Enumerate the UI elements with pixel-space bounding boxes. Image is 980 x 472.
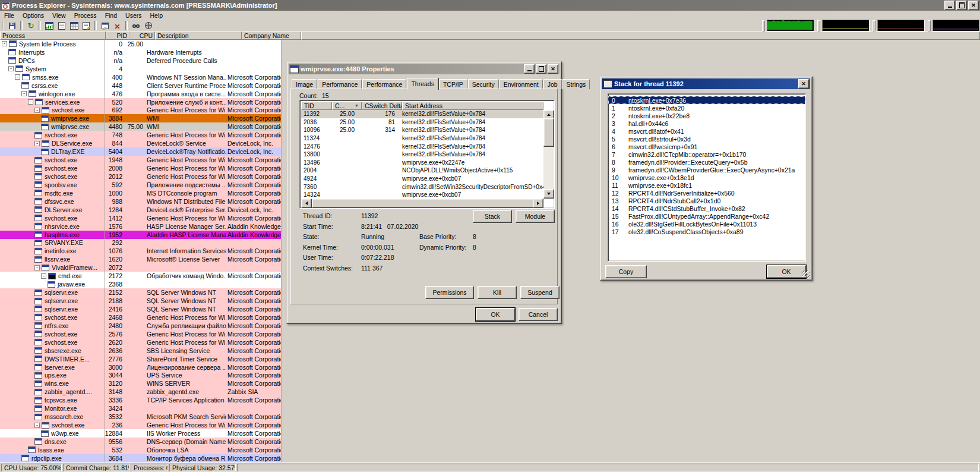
properties-minimize-button[interactable] [524, 64, 535, 74]
system-info-icon[interactable] [43, 21, 55, 31]
process-row[interactable]: Interruptsn/aHardware Interrupts [0, 48, 980, 56]
close-button[interactable]: ✕ [968, 1, 979, 10]
column-header-description[interactable]: Description [155, 32, 242, 40]
tab-performance[interactable]: Performance [318, 79, 362, 89]
vertical-scroll-thumb[interactable] [543, 118, 554, 147]
stack-frame-row[interactable]: 14RPCRT4.dll!CStdStubBuffer_Invoke+0x82 [608, 204, 805, 212]
stack-frame-row[interactable]: 3hal.dll+0x44c6 [608, 119, 805, 127]
cpu-usage-history-graph[interactable] [767, 20, 814, 32]
scroll-down-button[interactable] [543, 189, 554, 199]
thread-row[interactable]: 1009625.00314kernel32.dll!FlsSetValue+0x… [301, 126, 543, 134]
stack-close-button[interactable]: ✕ [798, 79, 809, 89]
toolbar-grip[interactable] [762, 20, 765, 32]
stack-frame-row[interactable]: 8framedyn.dll!Provider::ExecuteQuery+0x5… [608, 158, 805, 166]
restore-button[interactable] [956, 1, 967, 10]
find-window-process-icon[interactable] [142, 21, 154, 31]
properties-maximize-button[interactable] [536, 64, 546, 74]
scroll-right-button[interactable] [533, 199, 543, 208]
thread-row[interactable]: 4924wmiprvse.exe+0xcb07 [301, 175, 543, 183]
minimize-button[interactable] [944, 1, 955, 10]
copy-button[interactable]: Copy [605, 265, 647, 278]
process-row[interactable]: DWSTIMER.E...2776SharePoint Timer Servic… [0, 355, 980, 363]
ok-button[interactable]: OK [476, 308, 515, 321]
process-row[interactable]: svchost.exe2576Generic Host Process for … [0, 330, 980, 338]
stack-frame-row[interactable]: 4msvcrt.dll!atof+0x41 [608, 127, 805, 135]
scroll-left-button[interactable] [301, 199, 312, 208]
menu-item-options[interactable]: Options [18, 11, 48, 20]
process-row[interactable]: mssearch.exe3532Microsoft PKM Search Ser… [0, 413, 980, 421]
stack-frame-row[interactable]: 11wmiprvse.exe+0x18fc1 [608, 181, 805, 189]
stack-frame-row[interactable]: 6msvcrt.dll!wcsicmp+0x91 [608, 143, 805, 150]
thread-column-cpu[interactable]: C...▼ [332, 102, 362, 110]
toolbar-grip[interactable] [928, 20, 931, 32]
tab-security[interactable]: Security [468, 79, 499, 89]
thread-row[interactable]: 14324wmiprvse.exe+0xcb07 [301, 191, 543, 199]
process-row[interactable]: Monitor.exe3424 [0, 404, 980, 413]
process-row[interactable]: rdpclip.exe3684Монитор буфера обмена R..… [0, 454, 980, 462]
permissions-button[interactable]: Permissions [425, 286, 474, 299]
column-header-process[interactable]: Process [0, 32, 106, 40]
tab-tcp-ip[interactable]: TCP/IP [439, 79, 467, 89]
process-row[interactable]: lsass.exe532Оболочка LSAMicrosoft Corpor… [0, 446, 980, 454]
thread-column-start-address[interactable]: Start Address [402, 102, 543, 110]
view-handles-icon[interactable] [68, 21, 80, 31]
thread-column-cswitch-delta[interactable]: CSwitch Delta [362, 102, 402, 110]
stack-ok-button[interactable]: OK [767, 265, 806, 278]
commit-history-graph[interactable] [822, 20, 870, 32]
process-row[interactable]: svchost.exe2620Generic Host Process for … [0, 338, 980, 347]
tab-threads[interactable]: Threads [407, 78, 438, 90]
stack-frame-row[interactable]: 10wmiprvse.exe+0x18e1d [608, 174, 805, 181]
refresh-icon[interactable]: ↻ [24, 21, 37, 31]
tab-image[interactable]: Image [292, 79, 317, 89]
thread-column-tid[interactable]: TID [301, 102, 332, 110]
resize-grip[interactable] [802, 270, 810, 278]
stack-frame-row[interactable]: 16ole32.dll!StgGetIFillLockBytesOnFile+0… [608, 220, 805, 228]
horizontal-scroll-thumb[interactable] [312, 199, 534, 208]
cancel-button[interactable]: Cancel [519, 308, 558, 321]
stack-frame-row[interactable]: 17ole32.dll!CoSuspendClassObjects+0xa89 [608, 228, 805, 235]
process-row[interactable]: ups.exe3044UPS ServiceMicrosoft Corporat… [0, 372, 980, 380]
column-header-pid[interactable]: PID [106, 32, 129, 40]
thread-row[interactable]: 2004NCObjAPI.DLL!WmiIsObjectActive+0x115 [301, 166, 543, 175]
tree-expand-box[interactable]: - [41, 273, 46, 279]
toolbar-grip[interactable] [872, 20, 875, 32]
stack-frame-row[interactable]: 13RPCRT4.dll!NdrStubCall2+0x1d0 [608, 197, 805, 204]
stack-frame-row[interactable]: 0ntoskrnl.exe+0x7e36 [608, 96, 805, 104]
thread-row[interactable]: 11324kernel32.dll!FlsSetValue+0x784 [301, 134, 543, 143]
thread-list-vertical-scrollbar[interactable] [543, 110, 553, 199]
stack-frame-row[interactable]: 12RPCRT4.dll!NdrServerInitialize+0x560 [608, 189, 805, 197]
menu-item-view[interactable]: View [48, 11, 70, 20]
stack-frame-row[interactable]: 15FastProx.dll!CUntypedArray::AppendRang… [608, 212, 805, 220]
suspend-button[interactable]: Suspend [520, 286, 559, 299]
save-icon[interactable] [6, 21, 18, 31]
kill-button[interactable]: Kill [478, 286, 517, 299]
process-row[interactable]: dns.exe9556DNS-сервер (Domain Name...Mic… [0, 438, 980, 446]
tree-expand-box[interactable]: - [28, 99, 33, 105]
thread-row[interactable]: 13496wmiprvse.exe+0x2247e [301, 159, 543, 167]
process-row[interactable]: sbscrexe.exe2636SBS Licensing ServiceMic… [0, 347, 980, 355]
gpu-history-graph[interactable] [932, 20, 980, 32]
tree-expand-box[interactable]: - [15, 74, 20, 80]
menu-item-help[interactable]: Help [146, 11, 167, 20]
tree-expand-box[interactable]: - [21, 91, 27, 96]
stack-frame-row[interactable]: 7cimwin32.dll!CTcpMib::operator=+0x1b170 [608, 150, 805, 158]
stack-frame-row[interactable]: 5msvcrt.dll!strtoul+0x3d [608, 135, 805, 143]
thread-row[interactable]: 203625.0081kernel32.dll!FlsSetValue+0x78… [301, 118, 543, 127]
menu-item-file[interactable]: File [0, 11, 18, 20]
tree-expand-box[interactable]: - [34, 141, 40, 146]
thread-list-horizontal-scrollbar[interactable] [301, 199, 543, 207]
process-row[interactable]: -svchost.exe236Generic Host Process for … [0, 421, 980, 429]
menu-item-users[interactable]: Users [121, 11, 146, 20]
thread-row[interactable]: 1139225.00176kernel32.dll!FlsSetValue+0x… [301, 110, 543, 118]
stack-frame-row[interactable]: 9framedyn.dll!CWbemProviderGlue::ExecQue… [608, 166, 805, 174]
tab-performance-graph[interactable]: Performance Graph [362, 79, 406, 89]
process-row[interactable]: -System Idle Process025.00 [0, 40, 980, 48]
tree-expand-box[interactable]: - [8, 66, 14, 71]
toolbar-grip[interactable] [817, 20, 820, 32]
tab-environment[interactable]: Environment [500, 79, 543, 89]
stack-frame-row[interactable]: 1ntoskrnl.exe+0xfa20 [608, 104, 805, 112]
view-processes-icon[interactable] [55, 21, 68, 31]
column-header-company-name[interactable]: Company Name [242, 32, 301, 40]
menu-item-find[interactable]: Find [101, 11, 121, 20]
menu-item-process[interactable]: Process [70, 11, 101, 20]
